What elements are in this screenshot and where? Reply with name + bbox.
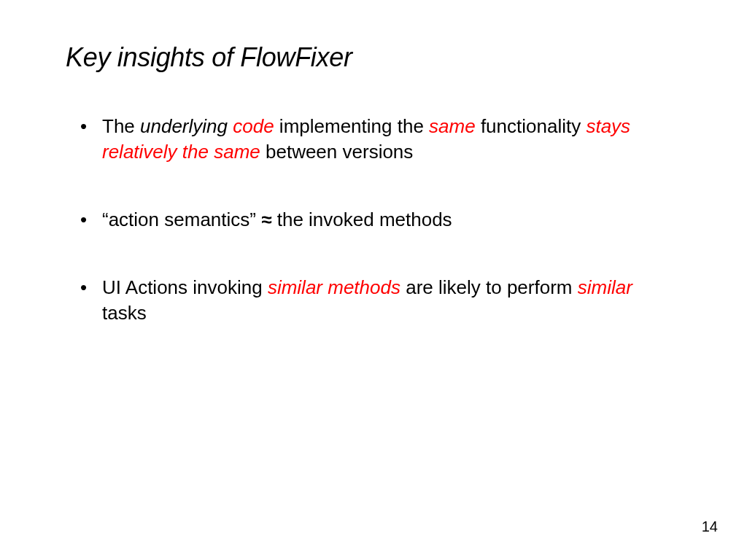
text: the invoked methods: [271, 209, 452, 230]
text: The: [102, 115, 140, 137]
slide: Key insights of FlowFixer The underlying…: [0, 0, 747, 326]
text: are likely to perform: [400, 276, 578, 298]
text: between versions: [260, 141, 414, 163]
text-highlight: code: [233, 115, 274, 137]
text: “action semantics”: [102, 209, 261, 230]
text-italic: underlying: [140, 115, 233, 137]
text: implementing the: [274, 115, 429, 137]
bullet-item-2: “action semantics” ≈ the invoked methods: [80, 207, 681, 233]
approx-symbol: ≈: [261, 209, 271, 230]
bullet-list: The underlying code implementing the sam…: [66, 114, 681, 326]
page-number: 14: [702, 518, 718, 535]
text: functionality: [476, 115, 587, 137]
slide-title: Key insights of FlowFixer: [66, 42, 681, 73]
text: UI Actions invoking: [102, 276, 268, 298]
text-highlight: same: [429, 115, 476, 137]
text-highlight: similar: [578, 276, 632, 298]
text-highlight: similar methods: [268, 276, 400, 298]
text: tasks: [102, 302, 147, 324]
bullet-item-1: The underlying code implementing the sam…: [80, 114, 681, 165]
bullet-item-3: UI Actions invoking similar methods are …: [80, 275, 681, 326]
